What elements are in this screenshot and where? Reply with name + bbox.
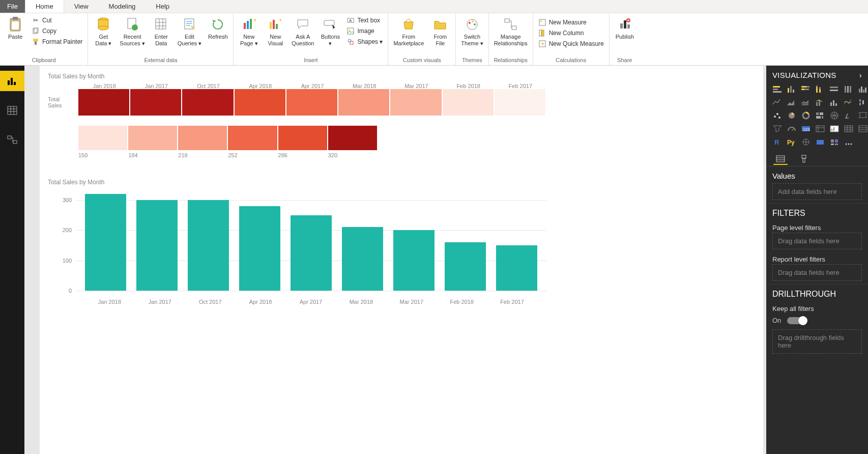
visual-barchart[interactable]: Total Sales by Month 0100200300 Jan 2018…	[48, 179, 546, 305]
viz-type-14[interactable]	[771, 110, 784, 121]
publish-button[interactable]: Publish	[613, 15, 637, 41]
group-label-themes: Themes	[459, 56, 485, 64]
left-nav-data[interactable]	[0, 100, 24, 121]
buttons-button[interactable]: Buttons ▾	[318, 15, 342, 47]
shapes-button[interactable]: Shapes ▾	[344, 37, 385, 47]
refresh-icon	[210, 16, 226, 33]
menu-tab-home[interactable]: Home	[25, 0, 64, 13]
svg-rect-65	[830, 90, 838, 91]
menu-tab-view[interactable]: View	[64, 0, 99, 13]
viz-type-25[interactable]	[828, 123, 841, 134]
visual-heatmap[interactable]: Total Sales by Month Jan 2018Jan 2017Oct…	[48, 73, 755, 158]
ask-question-button[interactable]: Ask A Question	[290, 15, 316, 47]
viz-type-21[interactable]	[771, 123, 784, 134]
viz-type-1[interactable]	[786, 83, 798, 95]
values-dropzone[interactable]: Add data fields here	[772, 183, 862, 200]
viz-type-26[interactable]	[843, 123, 855, 134]
heatmap-cell	[235, 89, 285, 116]
format-painter-button[interactable]: Format Painter	[30, 37, 84, 47]
menu-tab-modeling[interactable]: Modeling	[99, 0, 146, 13]
report-filters-label: Report level filters	[766, 252, 868, 264]
viz-type-18[interactable]	[828, 110, 841, 121]
page-filters-dropzone[interactable]: Drag data fields here	[772, 233, 862, 249]
viz-type-19[interactable]	[843, 110, 855, 121]
bar-ytick: 200	[53, 227, 72, 233]
left-nav-model[interactable]	[0, 130, 24, 150]
menu-tab-help[interactable]: Help	[146, 0, 180, 13]
refresh-button[interactable]: Refresh	[206, 15, 230, 41]
svg-point-83	[778, 117, 780, 119]
ribbon-group-custom: From Marketplace From File Custom visual…	[388, 13, 456, 65]
left-nav-report[interactable]	[0, 71, 24, 91]
svg-point-82	[776, 113, 778, 115]
report-canvas[interactable]: Total Sales by Month Jan 2018Jan 2017Oct…	[24, 66, 766, 454]
fields-tab[interactable]	[773, 154, 788, 165]
viz-type-5[interactable]	[843, 83, 855, 95]
viz-type-6[interactable]	[857, 83, 868, 95]
heatmap-xlabel: Apr 2018	[235, 83, 286, 89]
viz-type-3[interactable]	[814, 83, 826, 95]
edit-queries-button[interactable]: Edit Queries ▾	[176, 15, 204, 47]
svg-rect-95	[831, 129, 832, 131]
vispane-title: VISUALIZATIONS	[772, 71, 836, 79]
viz-type-2[interactable]	[800, 83, 812, 95]
new-quick-measure-button[interactable]: New Quick Measure	[536, 39, 606, 49]
viz-type-31[interactable]	[814, 136, 826, 148]
svg-rect-57	[806, 86, 809, 88]
switch-theme-button[interactable]: Switch Theme ▾	[459, 15, 485, 47]
svg-rect-74	[819, 100, 820, 106]
format-tab[interactable]	[797, 154, 811, 165]
manage-relationships-button[interactable]: Manage Relationships	[492, 15, 530, 47]
viz-type-17[interactable]	[814, 110, 826, 121]
bar-xlabel: Mar 2018	[336, 299, 386, 305]
viz-type-16[interactable]	[800, 110, 812, 121]
svg-rect-75	[830, 102, 832, 106]
viz-type-23[interactable]: 123	[800, 123, 812, 134]
cut-button[interactable]: ✂Cut	[30, 15, 84, 25]
chevron-right-icon[interactable]: ›	[859, 71, 862, 79]
viz-type-11[interactable]	[828, 97, 841, 108]
from-marketplace-button[interactable]: From Marketplace	[391, 15, 426, 47]
svg-rect-98	[859, 126, 867, 132]
viz-type-32[interactable]	[828, 136, 841, 148]
viz-type-13[interactable]	[857, 97, 868, 108]
new-page-button[interactable]: ✦New Page ▾	[237, 15, 261, 47]
viz-type-0[interactable]	[771, 83, 784, 95]
menu-file[interactable]: File	[0, 0, 25, 13]
new-visual-button[interactable]: ✦New Visual	[263, 15, 287, 47]
viz-type-27[interactable]	[857, 123, 868, 134]
recent-sources-button[interactable]: Recent Sources ▾	[118, 15, 147, 47]
textbox-button[interactable]: AText box	[344, 15, 385, 25]
viz-type-22[interactable]	[786, 123, 798, 134]
new-column-button[interactable]: New Column	[536, 28, 606, 38]
image-button[interactable]: Image	[344, 26, 385, 36]
enter-data-button[interactable]: Enter Data	[149, 15, 173, 47]
viz-type-20[interactable]	[857, 110, 868, 121]
viz-type-29[interactable]: Py	[786, 136, 798, 148]
viz-type-8[interactable]	[786, 97, 798, 108]
svg-rect-61	[816, 86, 818, 87]
viz-type-12[interactable]	[843, 97, 855, 108]
viz-type-28[interactable]: R	[771, 136, 784, 148]
viz-type-9[interactable]	[800, 97, 812, 108]
viz-type-24[interactable]	[814, 123, 826, 134]
viz-type-10[interactable]	[814, 97, 826, 108]
get-data-button[interactable]: Get Data ▾	[91, 15, 115, 47]
ribbon-group-share: Publish Share	[610, 13, 640, 65]
report-filters-dropzone[interactable]: Drag data fields here	[772, 264, 862, 281]
paste-button[interactable]: Paste	[3, 15, 27, 41]
viz-type-4[interactable]	[828, 83, 841, 95]
viz-type-7[interactable]	[771, 97, 784, 108]
new-measure-button[interactable]: New Measure	[536, 17, 606, 27]
keep-all-toggle[interactable]	[787, 317, 806, 324]
button-cursor-icon	[322, 16, 338, 33]
cylinder-icon	[95, 16, 111, 33]
viz-type-30[interactable]	[800, 136, 812, 148]
viz-type-15[interactable]	[786, 110, 798, 121]
svg-rect-58	[801, 89, 804, 90]
viz-type-33[interactable]	[843, 136, 855, 148]
drillthrough-dropzone[interactable]: Drag drillthrough fields here	[772, 329, 862, 354]
copy-button[interactable]: Copy	[30, 26, 84, 36]
new-visual-label: New Visual	[268, 34, 283, 46]
from-file-button[interactable]: From File	[428, 15, 452, 47]
